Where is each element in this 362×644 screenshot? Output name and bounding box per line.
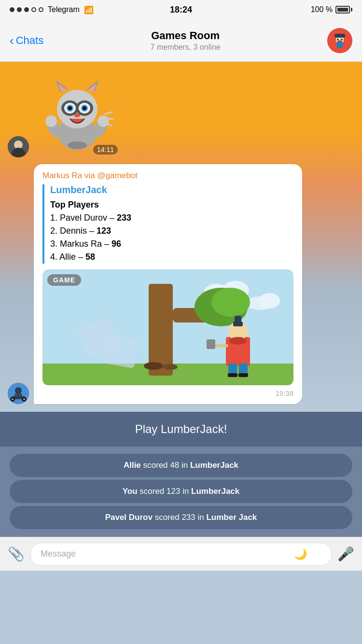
chat-subtitle: 7 members, 3 online	[151, 43, 221, 52]
emoji-icon[interactable]: 🌙	[294, 548, 307, 560]
svg-rect-55	[103, 335, 139, 368]
gamebot-bubble: Markus Ra via @gamebot LumberJack Top Pl…	[34, 164, 302, 404]
svg-point-21	[83, 106, 86, 110]
svg-rect-59	[228, 373, 237, 377]
wifi-icon: 📶	[84, 5, 94, 14]
message-input[interactable]	[41, 549, 291, 559]
status-left: Telegram 📶	[10, 5, 94, 14]
svg-rect-60	[238, 373, 248, 377]
attachment-icon[interactable]: 📎	[8, 546, 25, 562]
svg-point-48	[259, 293, 280, 308]
svg-rect-2	[334, 34, 345, 38]
signal-dot-5	[39, 7, 43, 12]
status-time: 18:24	[170, 5, 192, 15]
svg-rect-63	[235, 316, 241, 322]
game-title: LumberJack	[50, 184, 293, 196]
bottom-section: Play LumberJack! Allie scored 48 in Lumb…	[0, 412, 362, 537]
status-bar: Telegram 📶 18:24 100 %	[0, 0, 362, 19]
sticker-wrap: 14:11	[34, 70, 121, 157]
status-right: 100 %	[311, 5, 352, 14]
svg-point-53	[211, 288, 250, 317]
player-list: 1. Pavel Durov – 233 2. Dennis – 123 3. …	[50, 211, 293, 264]
svg-point-36	[15, 387, 22, 394]
bubble-sender: Markus Ra via @gamebot	[42, 171, 293, 181]
svg-point-20	[68, 106, 72, 110]
svg-point-31	[68, 141, 87, 149]
top-players-label: Top Players	[50, 198, 293, 211]
play-button[interactable]: Play LumberJack!	[0, 412, 362, 447]
nav-bar: ‹ Chats Games Room 7 members, 3 online	[0, 19, 362, 62]
svg-point-29	[45, 115, 57, 127]
svg-point-67	[144, 362, 163, 370]
svg-point-64	[229, 337, 247, 345]
svg-point-5	[341, 39, 343, 41]
signal-dot-4	[31, 7, 36, 12]
battery-icon	[335, 6, 352, 14]
back-label[interactable]: Chats	[16, 34, 43, 47]
svg-rect-66	[207, 339, 215, 349]
game-badge: GAME	[47, 274, 81, 286]
sticker-time: 14:11	[93, 145, 118, 154]
bubble-time: 19:38	[42, 389, 293, 397]
signal-dot-2	[17, 7, 22, 12]
sticker-message: 14:11	[0, 67, 362, 161]
svg-point-30	[97, 115, 109, 127]
carrier-label: Telegram	[48, 5, 80, 14]
gamebot-message-row: Markus Ra via @gamebot LumberJack Top Pl…	[0, 161, 362, 407]
svg-point-4	[337, 39, 339, 41]
chat-title: Games Room	[151, 29, 221, 42]
signal-dot-1	[10, 7, 14, 12]
svg-rect-6	[338, 41, 342, 42]
nav-title-block: Games Room 7 members, 3 online	[151, 29, 221, 52]
svg-point-22	[74, 113, 80, 117]
svg-rect-65	[214, 344, 228, 347]
game-preview[interactable]: GAME	[42, 269, 293, 385]
input-bar: 📎 🌙 🎤	[0, 537, 362, 571]
svg-point-42	[23, 398, 25, 400]
svg-point-41	[12, 398, 14, 400]
score-pill-2[interactable]: You scored 123 in LumberJack	[10, 480, 352, 503]
svg-rect-50	[149, 284, 173, 376]
score-pill-3[interactable]: Pavel Durov scored 233 in Lumber Jack	[10, 506, 352, 529]
score-pill-1[interactable]: Allie scored 48 in LumberJack	[10, 454, 352, 477]
battery-percentage: 100 %	[311, 5, 333, 14]
svg-line-32	[105, 112, 112, 114]
back-arrow-icon: ‹	[10, 34, 14, 47]
signal-dot-3	[24, 7, 29, 12]
svg-point-68	[163, 364, 178, 370]
message-input-wrap: 🌙	[30, 543, 332, 566]
group-avatar[interactable]	[327, 28, 352, 53]
sender-avatar-1	[8, 136, 29, 157]
microphone-icon[interactable]: 🎤	[337, 546, 354, 562]
svg-rect-3	[337, 42, 343, 48]
back-button[interactable]: ‹ Chats	[10, 34, 43, 47]
sender-avatar-2	[8, 383, 29, 404]
chat-background: 14:11 Markus Ra via @gamebot LumberJack	[0, 62, 362, 412]
